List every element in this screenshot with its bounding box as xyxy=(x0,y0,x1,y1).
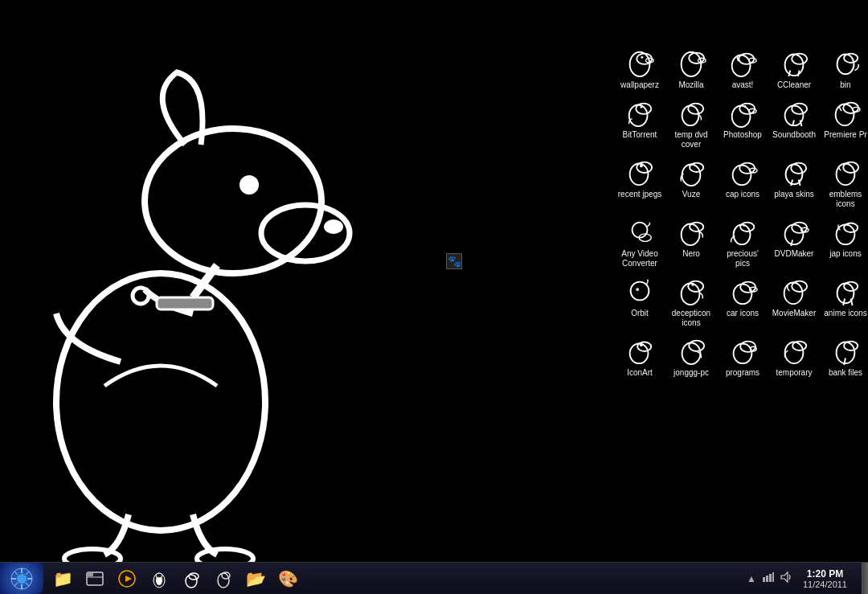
svg-rect-145 xyxy=(763,577,765,582)
icon-bin-label: bin xyxy=(840,80,850,90)
desktop-icons-area: wallpaperz Mozilla avast! CCleaner bin xyxy=(611,40,868,384)
icon-bank-files-label: bank files xyxy=(829,368,862,378)
icon-iconart[interactable]: IconArt xyxy=(614,331,665,381)
clock-area[interactable]: 1:20 PM 11/24/2011 xyxy=(795,563,855,595)
icon-premiere[interactable]: Premiere Pr xyxy=(820,93,868,153)
icon-soundbooth[interactable]: Soundbooth xyxy=(768,93,820,153)
svg-point-35 xyxy=(640,106,642,109)
icon-dvdmaker[interactable]: DVDMaker xyxy=(768,212,820,272)
taskbar-folder2[interactable]: 📂 xyxy=(241,564,270,593)
svg-rect-146 xyxy=(766,576,768,582)
icon-ccleaner[interactable]: CCleaner xyxy=(768,43,820,93)
icon-ccleaner-label: CCleaner xyxy=(777,80,811,90)
icon-avast[interactable]: avast! xyxy=(717,43,768,93)
svg-rect-104 xyxy=(830,276,861,306)
taskbar-folder1[interactable]: 📁 xyxy=(48,564,77,593)
start-button[interactable] xyxy=(0,563,43,595)
svg-point-43 xyxy=(743,105,746,108)
icon-car-icons[interactable]: car icons xyxy=(717,272,768,331)
icon-cap-icons[interactable]: cap icons xyxy=(717,153,768,212)
taskbar-snoopy1[interactable] xyxy=(177,564,206,593)
icon-anime-icons[interactable]: anime icons xyxy=(820,272,868,331)
icon-nero[interactable]: Nero xyxy=(665,212,717,272)
svg-point-15 xyxy=(641,56,643,59)
icon-any-video[interactable]: Any Video Converter xyxy=(614,212,665,272)
icon-temp-dvd[interactable]: temp dvd cover xyxy=(665,93,717,153)
icon-temp-dvd-label: temp dvd cover xyxy=(667,130,715,150)
wallpaper xyxy=(0,0,450,563)
icon-iconart-label: IconArt xyxy=(627,368,653,378)
taskbar-penguin[interactable] xyxy=(145,564,174,593)
icon-premiere-label: Premiere Pr xyxy=(824,130,866,140)
taskbar-snoopy2[interactable] xyxy=(209,564,238,593)
network-icon[interactable] xyxy=(762,571,775,586)
svg-point-56 xyxy=(640,165,643,168)
icon-moviemaker[interactable]: MovieMaker xyxy=(768,272,820,331)
show-desktop-button[interactable] xyxy=(862,563,868,595)
svg-rect-90 xyxy=(624,276,655,306)
taskbar-file-manager[interactable] xyxy=(80,564,109,593)
icon-programs[interactable]: programs xyxy=(717,331,768,381)
icon-programs-label: programs xyxy=(726,368,760,378)
svg-rect-120 xyxy=(779,335,809,366)
icon-wallpaperz-label: wallpaperz xyxy=(620,80,659,90)
clock-date: 11/24/2011 xyxy=(803,580,847,589)
icon-jonggg-pc[interactable]: jonggg-pc xyxy=(665,331,717,381)
icon-moviemaker-label: MovieMaker xyxy=(772,309,816,318)
icon-playa-skins[interactable]: playa skins xyxy=(768,153,820,212)
icon-emblems[interactable]: emblems icons xyxy=(820,153,868,212)
svg-point-141 xyxy=(189,573,199,580)
svg-rect-72 xyxy=(624,216,655,247)
icon-car-icons-label: car icons xyxy=(727,309,759,318)
svg-point-81 xyxy=(743,224,745,227)
icon-playa-skins-label: playa skins xyxy=(774,190,813,199)
icon-precious-pics-label: precious' pics xyxy=(719,249,767,268)
svg-marker-133 xyxy=(125,576,132,582)
icon-vuze[interactable]: Vuze xyxy=(665,153,717,212)
icon-precious-pics[interactable]: precious' pics xyxy=(717,212,768,272)
svg-point-138 xyxy=(156,573,162,578)
icon-wallpaperz[interactable]: wallpaperz xyxy=(614,43,665,93)
icon-mozilla[interactable]: Mozilla xyxy=(665,43,717,93)
desktop: 🐾 wallpaperz Mozilla avast! CCleaner xyxy=(0,0,868,563)
volume-icon[interactable] xyxy=(780,571,792,586)
svg-point-92 xyxy=(636,288,639,291)
icon-bittorrent[interactable]: BitTorrent xyxy=(614,93,665,153)
icon-nero-label: Nero xyxy=(682,249,700,259)
icon-orbit[interactable]: Orbit xyxy=(614,272,665,331)
icon-anime-icons-label: anime icons xyxy=(824,309,866,318)
svg-marker-149 xyxy=(781,572,788,582)
icon-cap-icons-label: cap icons xyxy=(726,190,760,199)
icon-bank-files[interactable]: bank files xyxy=(820,331,868,381)
svg-point-4 xyxy=(240,175,259,195)
icon-any-video-label: Any Video Converter xyxy=(616,249,664,268)
icon-dvdmaker-label: DVDMaker xyxy=(775,249,814,259)
icon-soundbooth-label: Soundbooth xyxy=(772,130,816,140)
icon-jap-icons-label: jap icons xyxy=(829,249,861,259)
icon-photoshop-label: Photoshop xyxy=(723,130,762,140)
svg-rect-148 xyxy=(772,572,774,582)
svg-point-96 xyxy=(691,284,694,286)
icon-bittorrent-label: BitTorrent xyxy=(623,130,657,140)
icon-bin[interactable]: bin xyxy=(820,43,868,93)
icon-photoshop[interactable]: Photoshop xyxy=(717,93,768,153)
svg-point-143 xyxy=(218,573,229,588)
icon-decepticon[interactable]: decepticon icons xyxy=(665,272,717,331)
svg-rect-78 xyxy=(727,216,758,247)
svg-rect-0 xyxy=(0,0,450,563)
icon-temporary[interactable]: temporary xyxy=(768,331,820,381)
svg-point-128 xyxy=(17,574,27,584)
svg-point-140 xyxy=(186,575,197,588)
taskbar-media-player[interactable] xyxy=(113,564,141,593)
icon-temporary-label: temporary xyxy=(776,368,812,378)
tray-expand-button[interactable]: ▲ xyxy=(747,573,756,584)
icon-avast-label: avast! xyxy=(732,80,754,90)
svg-point-10 xyxy=(324,219,343,234)
icon-jap-icons[interactable]: jap icons xyxy=(820,212,868,272)
icon-recent-jpegs[interactable]: recent jpegs xyxy=(614,153,665,212)
taskbar-paint[interactable]: 🎨 xyxy=(273,564,302,593)
icon-orbit-label: Orbit xyxy=(631,309,649,318)
svg-point-112 xyxy=(640,343,643,346)
svg-rect-57 xyxy=(676,157,706,187)
icon-vuze-label: Vuze xyxy=(682,190,700,199)
